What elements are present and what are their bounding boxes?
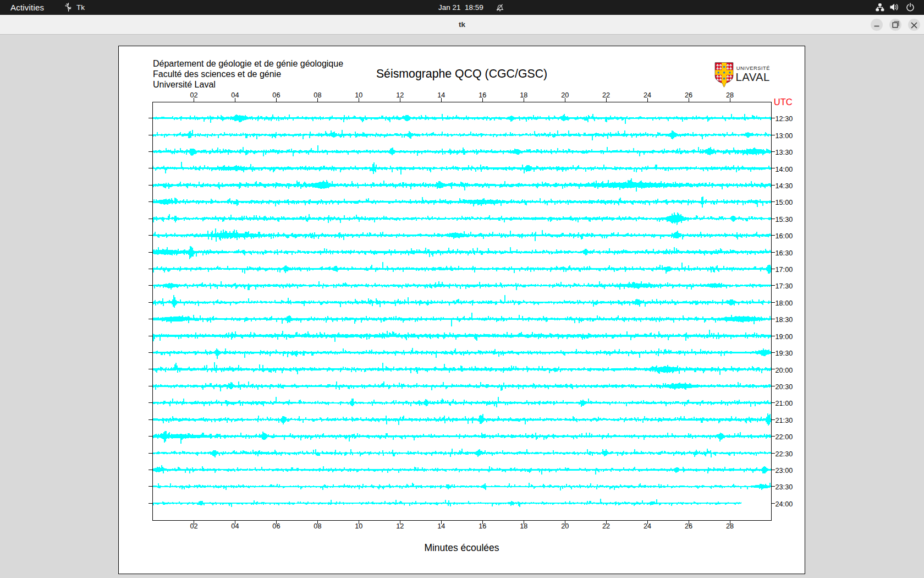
svg-text:12: 12 xyxy=(396,91,404,99)
svg-text:12: 12 xyxy=(396,522,404,530)
svg-text:19:30: 19:30 xyxy=(776,350,793,357)
svg-text:18:00: 18:00 xyxy=(776,299,793,307)
svg-text:17:00: 17:00 xyxy=(776,266,793,274)
svg-text:24: 24 xyxy=(644,91,651,99)
svg-text:22:00: 22:00 xyxy=(776,433,793,441)
svg-text:22: 22 xyxy=(602,522,610,530)
svg-text:18:30: 18:30 xyxy=(776,316,793,324)
svg-text:16: 16 xyxy=(479,522,486,530)
svg-text:14: 14 xyxy=(437,522,445,530)
svg-text:23:30: 23:30 xyxy=(776,483,793,491)
svg-text:18: 18 xyxy=(520,91,527,99)
svg-text:20:30: 20:30 xyxy=(776,383,793,391)
svg-text:10: 10 xyxy=(355,91,362,99)
svg-text:14:00: 14:00 xyxy=(776,166,793,173)
svg-text:08: 08 xyxy=(314,522,321,530)
svg-text:21:00: 21:00 xyxy=(776,400,793,407)
svg-text:20: 20 xyxy=(561,522,569,530)
svg-text:13:30: 13:30 xyxy=(776,149,793,156)
svg-text:UTC: UTC xyxy=(774,97,793,107)
svg-text:12:30: 12:30 xyxy=(776,115,793,123)
svg-text:16:00: 16:00 xyxy=(776,232,793,240)
svg-text:20: 20 xyxy=(561,91,569,99)
svg-text:Université Laval: Université Laval xyxy=(153,80,216,89)
svg-text:14: 14 xyxy=(437,91,445,99)
svg-text:06: 06 xyxy=(272,522,280,530)
svg-text:21:30: 21:30 xyxy=(776,417,793,424)
svg-text:04: 04 xyxy=(231,91,239,99)
svg-text:08: 08 xyxy=(314,91,321,99)
svg-text:04: 04 xyxy=(231,522,239,530)
svg-text:14:30: 14:30 xyxy=(776,182,793,190)
svg-text:06: 06 xyxy=(272,91,280,99)
svg-text:17:30: 17:30 xyxy=(776,282,793,290)
svg-text:10: 10 xyxy=(355,522,362,530)
svg-text:28: 28 xyxy=(726,91,734,99)
svg-text:26: 26 xyxy=(685,522,692,530)
svg-text:UNIVERSITÉ: UNIVERSITÉ xyxy=(736,66,770,71)
svg-text:13:00: 13:00 xyxy=(776,132,793,140)
svg-text:18: 18 xyxy=(520,522,527,530)
svg-text:15:00: 15:00 xyxy=(776,199,793,206)
svg-text:26: 26 xyxy=(685,91,692,99)
svg-text:15:30: 15:30 xyxy=(776,216,793,223)
svg-text:Département de géologie et de: Département de géologie et de génie géol… xyxy=(153,59,343,68)
svg-text:LAVAL: LAVAL xyxy=(736,71,770,83)
svg-text:20:00: 20:00 xyxy=(776,367,793,374)
svg-text:24: 24 xyxy=(644,522,651,530)
svg-text:22:30: 22:30 xyxy=(776,450,793,458)
svg-text:Minutes écoulées: Minutes écoulées xyxy=(424,542,499,553)
svg-text:19:00: 19:00 xyxy=(776,333,793,341)
svg-text:28: 28 xyxy=(726,522,734,530)
svg-text:Séismographe QCQ (CGC/GSC): Séismographe QCQ (CGC/GSC) xyxy=(376,67,547,80)
svg-text:Faculté des sciences et de gén: Faculté des sciences et de génie xyxy=(153,69,281,79)
svg-text:02: 02 xyxy=(190,91,197,99)
svg-text:22: 22 xyxy=(602,91,610,99)
svg-text:24:00: 24:00 xyxy=(776,500,793,508)
svg-text:16: 16 xyxy=(479,91,486,99)
svg-text:02: 02 xyxy=(190,522,197,530)
svg-text:16:30: 16:30 xyxy=(776,249,793,257)
svg-text:23:00: 23:00 xyxy=(776,467,793,475)
